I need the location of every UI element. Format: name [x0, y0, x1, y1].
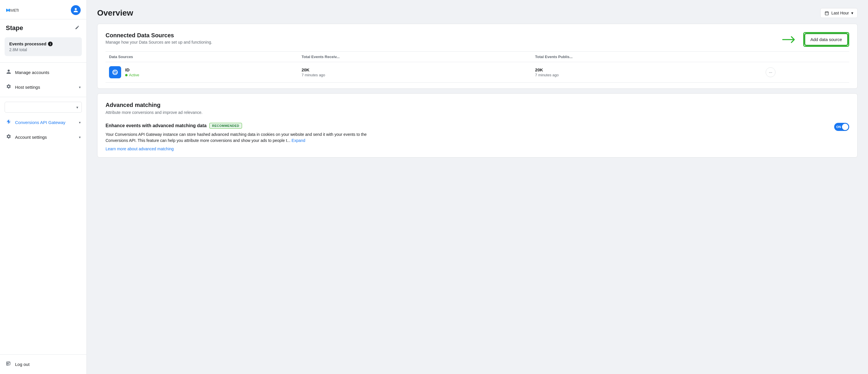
advanced-matching-card: Advanced matching Attribute more convers…: [97, 93, 858, 158]
col-data-sources: Data Sources: [105, 52, 298, 62]
sidebar-item-host-settings[interactable]: Host settings ▾: [0, 80, 87, 95]
table-body: ID Active 20K 7 minutes ago: [105, 62, 849, 83]
brand-name: Stape: [6, 24, 23, 32]
events-title-text: Events processed: [9, 41, 46, 46]
main-content: Overview Last Hour ▾ Connected Data Sour…: [87, 0, 868, 374]
main-sections: Connected Data Sources Manage how your D…: [87, 24, 868, 168]
learn-more-link[interactable]: Learn more about advanced matching: [105, 147, 174, 151]
bolt-icon: [6, 119, 11, 126]
feature-title-row: Enhance events with advanced matching da…: [105, 123, 827, 129]
events-card-value: 2.8M total: [9, 48, 77, 52]
data-source-cell: ID Active: [109, 66, 294, 78]
sidebar-header: [0, 0, 87, 19]
events-received-time: 7 minutes ago: [302, 73, 528, 77]
sidebar-select-wrapper: ▾: [5, 102, 82, 113]
card-header-left: Connected Data Sources Manage how your D…: [105, 32, 212, 44]
green-arrow-indicator: [781, 35, 799, 44]
connected-data-sources-card: Connected Data Sources Manage how your D…: [97, 24, 858, 89]
page-title: Overview: [97, 8, 133, 18]
card-header: Connected Data Sources Manage how your D…: [105, 32, 849, 47]
add-source-highlight-box: Add data source: [803, 32, 849, 47]
col-total-received: Total Events Receiv...: [298, 52, 532, 62]
feature-content: Enhance events with advanced matching da…: [105, 123, 827, 151]
account-settings-label: Account settings: [15, 135, 47, 139]
recommended-badge: RECOMMENDED: [209, 123, 242, 129]
col-actions: [762, 52, 849, 62]
user-avatar-button[interactable]: [71, 5, 81, 15]
events-published-cell: 20K 7 minutes ago: [532, 62, 763, 83]
toggle-knob: [842, 124, 848, 130]
source-info: ID Active: [125, 67, 139, 77]
sidebar-item-account-settings[interactable]: Account settings ▾: [0, 130, 87, 145]
signout-icon: [6, 361, 11, 368]
feature-description: Your Conversions API Gateway instance ca…: [105, 131, 372, 144]
edit-brand-button[interactable]: [74, 24, 81, 32]
chevron-down-icon-3: ▾: [79, 135, 81, 139]
source-icon: [109, 66, 121, 78]
calendar-icon: [825, 11, 829, 15]
sidebar: Stape Connected Data Sources Events proc…: [0, 0, 87, 374]
sidebar-brand: Stape: [0, 19, 87, 35]
log-out-label: Log out: [15, 362, 30, 367]
chevron-down-icon: ▾: [79, 85, 81, 89]
advanced-matching-title: Advanced matching: [105, 102, 849, 108]
source-cell: ID Active: [105, 62, 298, 83]
divider-1: [0, 62, 87, 63]
gear-icon-2: [6, 134, 11, 141]
row-actions-cell: ···: [762, 62, 849, 83]
time-picker-button[interactable]: Last Hour ▾: [820, 8, 858, 18]
advanced-matching-subtitle: Attribute more conversions and improve a…: [105, 110, 849, 115]
events-card-title: Connected Data Sources Events processed …: [9, 41, 77, 46]
events-published-time: 7 minutes ago: [535, 73, 759, 77]
main-header: Overview Last Hour ▾: [87, 0, 868, 24]
conversions-api-gateway-label: Conversions API Gateway: [15, 120, 65, 125]
manage-accounts-label: Manage accounts: [15, 70, 49, 75]
add-source-button-wrapper: Add data source: [781, 32, 849, 47]
toggle-container: ON: [834, 123, 849, 131]
feature-description-text: Your Conversions API Gateway instance ca…: [105, 132, 367, 143]
sidebar-select[interactable]: [5, 102, 82, 113]
status-dot: [125, 74, 127, 76]
host-settings-label: Host settings: [15, 85, 40, 90]
table-row: ID Active 20K 7 minutes ago: [105, 62, 849, 83]
card-subtitle: Manage how your Data Sources are set up …: [105, 40, 212, 44]
events-received-count: 20K: [302, 67, 528, 72]
add-data-source-button[interactable]: Add data source: [805, 34, 848, 45]
svg-rect-1: [825, 11, 828, 15]
sidebar-item-manage-accounts[interactable]: Manage accounts: [0, 65, 87, 80]
feature-row: Enhance events with advanced matching da…: [105, 121, 849, 151]
sidebar-item-log-out[interactable]: Log out: [0, 357, 87, 372]
data-sources-table: Data Sources Total Events Receiv... Tota…: [105, 52, 849, 83]
row-more-button[interactable]: ···: [766, 67, 775, 77]
sidebar-item-conversions-api-gateway[interactable]: Conversions API Gateway ▾: [0, 115, 87, 130]
source-status: Active: [125, 73, 139, 77]
events-card: Connected Data Sources Events processed …: [5, 37, 82, 56]
info-icon: i: [48, 42, 53, 46]
expand-link[interactable]: Expand: [291, 138, 305, 143]
col-total-published: Total Events Publis...: [532, 52, 763, 62]
chevron-down-icon-2: ▾: [79, 121, 81, 125]
toggle-on-label: ON: [836, 125, 841, 129]
events-published-count: 20K: [535, 67, 759, 72]
person-icon: [6, 69, 11, 76]
divider-2: [0, 97, 87, 97]
card-title: Connected Data Sources: [105, 32, 212, 39]
time-picker-chevron-icon: ▾: [851, 11, 853, 15]
events-received-cell: 20K 7 minutes ago: [298, 62, 532, 83]
source-id: ID: [125, 67, 139, 72]
time-picker-label: Last Hour: [831, 11, 849, 15]
advanced-matching-toggle[interactable]: ON: [834, 123, 849, 131]
gear-icon: [6, 84, 11, 90]
meta-logo: [6, 8, 19, 12]
status-label: Active: [129, 73, 139, 77]
table-header: Data Sources Total Events Receiv... Tota…: [105, 52, 849, 62]
feature-title: Enhance events with advanced matching da…: [105, 123, 207, 128]
sidebar-bottom: Log out: [0, 354, 87, 374]
